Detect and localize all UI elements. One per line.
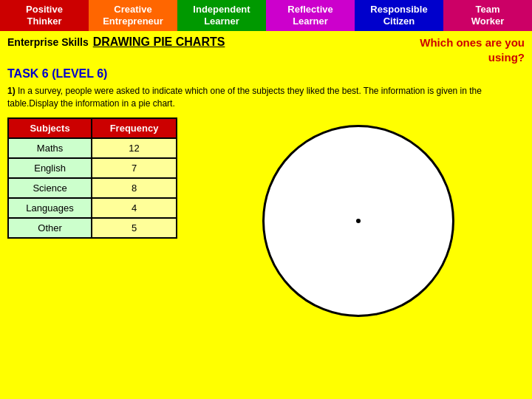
task-desc-text: In a survey, people were asked to indica… — [7, 86, 482, 109]
tab-creative-label: CreativeEntrepreneur — [103, 4, 163, 27]
tab-independent[interactable]: IndependentLearner — [177, 0, 266, 31]
table-row: Languages 4 — [8, 198, 177, 218]
subject-languages: Languages — [8, 198, 92, 218]
drawing-title: DRAWING PIE CHARTS — [93, 35, 225, 49]
freq-languages: 4 — [92, 198, 177, 218]
subject-science: Science — [8, 178, 92, 198]
tab-positive-label: PositiveThinker — [26, 4, 63, 27]
tab-responsible[interactable]: ResponsibleCitizen — [355, 0, 443, 31]
data-table: Subjects Frequency Maths 12 English 7 Sc… — [7, 117, 177, 239]
col-header-subjects: Subjects — [8, 118, 92, 138]
enterprise-label: Enterprise Skills — [7, 36, 89, 48]
tab-creative[interactable]: CreativeEntrepreneur — [89, 0, 177, 31]
main-content: Enterprise Skills DRAWING PIE CHARTS Whi… — [0, 31, 532, 324]
freq-maths: 12 — [92, 138, 177, 158]
title-row: Enterprise Skills DRAWING PIE CHARTS Whi… — [7, 35, 525, 64]
lower-section: Subjects Frequency Maths 12 English 7 Sc… — [7, 117, 525, 317]
task-title: TASK 6 (LEVEL 6) — [7, 67, 525, 81]
subject-maths: Maths — [8, 138, 92, 158]
tab-independent-label: IndependentLearner — [193, 4, 250, 27]
subject-english: English — [8, 158, 92, 178]
chart-area — [192, 117, 525, 317]
which-ones-text: Which ones are youusing? — [420, 35, 525, 64]
top-nav: PositiveThinker CreativeEntrepreneur Ind… — [0, 0, 532, 31]
table-row: Maths 12 — [8, 138, 177, 158]
subject-other: Other — [8, 218, 92, 238]
tab-reflective-label: ReflectiveLearner — [287, 4, 332, 27]
task-description: 1) In a survey, people were asked to ind… — [7, 85, 525, 110]
tab-team-label: TeamWorker — [471, 4, 505, 27]
pie-chart-circle — [262, 125, 454, 317]
freq-english: 7 — [92, 158, 177, 178]
title-left: Enterprise Skills DRAWING PIE CHARTS — [7, 35, 225, 49]
tab-positive[interactable]: PositiveThinker — [0, 0, 89, 31]
freq-other: 5 — [92, 218, 177, 238]
tab-reflective[interactable]: ReflectiveLearner — [266, 0, 355, 31]
tab-team[interactable]: TeamWorker — [443, 0, 532, 31]
pie-center-dot — [356, 219, 361, 223]
table-row: Other 5 — [8, 218, 177, 238]
table-row: English 7 — [8, 158, 177, 178]
freq-science: 8 — [92, 178, 177, 198]
task-desc-bold: 1) — [7, 86, 16, 96]
col-header-frequency: Frequency — [92, 118, 177, 138]
table-row: Science 8 — [8, 178, 177, 198]
tab-responsible-label: ResponsibleCitizen — [370, 4, 427, 27]
